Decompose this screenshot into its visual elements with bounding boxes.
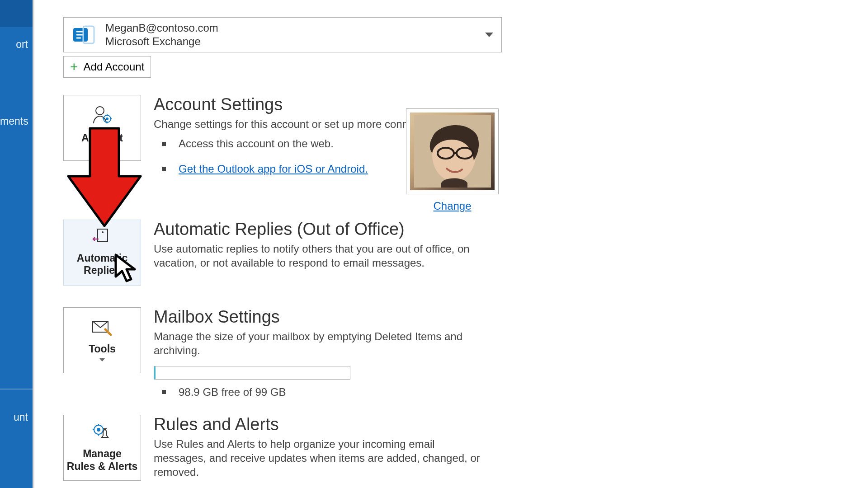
mailbox-usage-bar	[154, 366, 350, 380]
account-email: MeganB@contoso.com	[105, 21, 218, 35]
profile-photo-box: Change	[406, 108, 499, 212]
tile-label: Tools	[89, 343, 116, 356]
sidebar-item-attachments[interactable]: ments	[0, 115, 33, 127]
sidebar-item-account[interactable]: unt	[0, 411, 33, 423]
tools-button[interactable]: Tools	[63, 307, 141, 373]
mailbox-free-space: 98.9 GB free of 99 GB	[179, 386, 286, 399]
automatic-replies-description: Use automatic replies to notify others t…	[154, 242, 488, 270]
sidebar-top-accent	[0, 0, 33, 27]
account-settings-title: Account Settings	[154, 95, 859, 114]
rules-alerts-description: Use Rules and Alerts to help organize yo…	[154, 437, 488, 479]
bullet-icon	[162, 390, 166, 394]
sidebar-resize-rail	[33, 0, 34, 488]
sidebar-item-export[interactable]: ort	[0, 38, 33, 51]
gear-bell-icon	[91, 422, 113, 444]
exchange-icon	[72, 23, 95, 47]
rules-alerts-title: Rules and Alerts	[154, 415, 859, 434]
mailbox-usage-fill	[154, 366, 156, 379]
mailbox-settings-description: Manage the size of your mailbox by empty…	[154, 329, 488, 357]
tile-label-line2: Rules & Alerts	[67, 460, 137, 473]
add-account-label: Add Account	[84, 61, 145, 73]
mailbox-settings-title: Mailbox Settings	[154, 307, 859, 327]
manage-rules-alerts-button[interactable]: Manage Rules & Alerts	[63, 415, 141, 481]
tile-label-line1: Manage	[83, 448, 122, 460]
bullet-icon	[162, 142, 166, 146]
annotation-cursor-icon	[113, 253, 139, 286]
svg-point-10	[102, 231, 104, 233]
plus-icon: +	[70, 59, 78, 75]
avatar-frame	[406, 108, 499, 194]
svg-point-4	[106, 117, 108, 120]
account-info-pane: MeganB@contoso.com Microsoft Exchange + …	[63, 17, 859, 488]
avatar-image	[410, 113, 495, 190]
chevron-down-icon	[99, 358, 105, 361]
svg-point-13	[97, 428, 100, 432]
backstage-sidebar: ort ments unt	[0, 0, 33, 488]
get-outlook-app-link[interactable]: Get the Outlook app for iOS or Android.	[179, 163, 368, 175]
account-selector-dropdown[interactable]: MeganB@contoso.com Microsoft Exchange	[63, 17, 502, 52]
add-account-button[interactable]: + Add Account	[63, 56, 151, 78]
change-photo-link[interactable]: Change	[406, 200, 499, 212]
annotation-red-arrow	[65, 124, 144, 230]
sidebar-divider	[0, 389, 33, 389]
account-type: Microsoft Exchange	[105, 35, 218, 48]
reply-envelope-icon	[92, 228, 112, 248]
chevron-down-icon	[485, 33, 493, 37]
svg-rect-9	[98, 229, 108, 242]
access-web-link[interactable]: Access this account on the web.	[179, 137, 334, 150]
svg-point-2	[96, 107, 104, 115]
bullet-icon	[162, 167, 166, 171]
automatic-replies-title: Automatic Replies (Out of Office)	[154, 220, 859, 239]
envelope-wrench-icon	[92, 319, 113, 339]
